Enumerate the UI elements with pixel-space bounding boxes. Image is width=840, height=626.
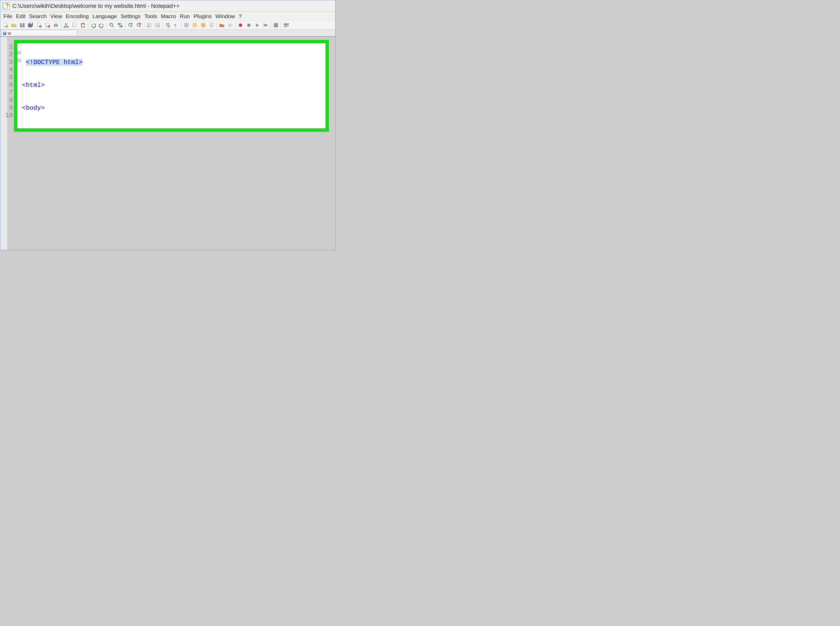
zoom-out-icon[interactable] xyxy=(135,22,143,29)
menu-language[interactable]: Language xyxy=(91,13,118,20)
whitespace-icon[interactable]: ¶ xyxy=(172,22,180,29)
code-token: <html> xyxy=(22,81,45,89)
cut-icon[interactable] xyxy=(62,22,70,29)
menu-run[interactable]: Run xyxy=(178,13,192,20)
monitor-icon[interactable] xyxy=(226,22,234,29)
svg-rect-42 xyxy=(202,24,205,27)
menu-help[interactable]: ? xyxy=(237,13,243,20)
spellcheck-icon[interactable]: ABC xyxy=(282,22,290,29)
menu-plugins[interactable]: Plugins xyxy=(192,13,213,20)
menu-edit[interactable]: Edit xyxy=(14,13,27,20)
svg-rect-22 xyxy=(82,23,84,24)
code-token: <!DOCTYPE html> xyxy=(26,59,83,66)
toolbar-separator xyxy=(271,22,271,28)
svg-rect-48 xyxy=(247,24,250,27)
sync-v-icon[interactable] xyxy=(145,22,153,29)
record-icon[interactable] xyxy=(236,22,244,29)
svg-rect-26 xyxy=(118,23,120,25)
svg-rect-16 xyxy=(55,26,57,27)
code-content[interactable]: <!DOCTYPE html> <html> <body> <h1><cente… xyxy=(22,43,325,128)
play-multi-icon[interactable] xyxy=(262,22,270,29)
svg-rect-33 xyxy=(149,23,151,27)
svg-rect-23 xyxy=(82,24,84,27)
undo-icon[interactable] xyxy=(89,22,97,29)
code-editor[interactable]: <!DOCTYPE html> <html> <body> <h1><cente… xyxy=(17,43,326,128)
svg-point-18 xyxy=(67,26,69,28)
find-icon[interactable] xyxy=(108,22,116,29)
open-file-icon[interactable] xyxy=(10,22,18,29)
toolbar: ¶ fx ABC xyxy=(0,21,335,30)
menu-macro[interactable]: Macro xyxy=(160,13,178,20)
svg-rect-27 xyxy=(120,26,122,27)
svg-rect-4 xyxy=(21,23,23,25)
folder-icon[interactable] xyxy=(218,22,226,29)
menu-tools[interactable]: Tools xyxy=(143,13,159,20)
redo-icon[interactable] xyxy=(98,22,106,29)
toolbar-separator xyxy=(88,22,88,28)
stop-icon[interactable] xyxy=(245,22,253,29)
func-list-icon[interactable]: fx xyxy=(208,22,216,29)
svg-rect-5 xyxy=(21,25,23,27)
close-all-icon[interactable] xyxy=(44,22,52,29)
paste-icon[interactable] xyxy=(79,22,87,29)
doc-map-icon[interactable] xyxy=(199,22,207,29)
sync-h-icon[interactable] xyxy=(153,22,161,29)
save-icon xyxy=(3,31,7,36)
app-icon xyxy=(2,2,10,10)
fold-toggle-icon[interactable] xyxy=(17,59,21,62)
svg-rect-20 xyxy=(74,23,76,26)
menu-search[interactable]: Search xyxy=(28,13,48,20)
line-number-gutter: 1 2 3 4 5 6 7 8 9 10 xyxy=(0,40,14,119)
close-file-icon[interactable] xyxy=(35,22,43,29)
user-lang-icon[interactable] xyxy=(191,22,199,29)
svg-text:ABC: ABC xyxy=(284,23,289,26)
new-file-icon[interactable] xyxy=(2,22,9,29)
menu-settings[interactable]: Settings xyxy=(119,13,142,20)
copy-icon[interactable] xyxy=(70,22,78,29)
svg-rect-35 xyxy=(156,23,160,25)
code-token: <body> xyxy=(22,105,45,111)
tab-active-file[interactable]: w xyxy=(1,30,77,36)
fold-gutter[interactable] xyxy=(17,43,22,128)
toolbar-separator xyxy=(181,22,181,28)
svg-rect-52 xyxy=(4,32,5,33)
replace-icon[interactable] xyxy=(116,22,124,29)
editor-area: 1 2 3 4 5 6 7 8 9 10 <!DOCTYPE html> <ht… xyxy=(0,36,335,250)
svg-point-17 xyxy=(64,26,66,28)
toolbar-separator xyxy=(163,22,163,28)
word-wrap-icon[interactable] xyxy=(164,22,172,29)
print-icon[interactable] xyxy=(52,22,60,29)
indent-guide-icon[interactable] xyxy=(183,22,190,29)
tabbar: w xyxy=(0,30,335,36)
titlebar: C:\Users\wikih\Desktop\welcome to my web… xyxy=(0,0,335,12)
menu-file[interactable]: File xyxy=(2,13,14,20)
toolbar-separator xyxy=(125,22,125,28)
menu-encoding[interactable]: Encoding xyxy=(64,13,91,20)
svg-rect-25 xyxy=(110,23,111,24)
svg-rect-15 xyxy=(55,23,57,25)
toolbar-separator xyxy=(106,22,107,28)
svg-text:fx: fx xyxy=(210,24,212,27)
highlight-overlay: <!DOCTYPE html> <html> <body> <h1><cente… xyxy=(14,40,329,132)
code-blank-line xyxy=(22,127,325,128)
svg-rect-8 xyxy=(30,23,32,24)
save-macro-icon[interactable] xyxy=(272,22,280,29)
menubar: File Edit Search View Encoding Language … xyxy=(0,12,335,21)
svg-point-46 xyxy=(230,24,231,26)
menu-window[interactable]: Window xyxy=(214,13,236,20)
toolbar-separator xyxy=(281,22,281,28)
svg-text:¶: ¶ xyxy=(174,23,177,28)
menu-view[interactable]: View xyxy=(49,13,64,20)
svg-rect-37 xyxy=(158,26,160,27)
fold-toggle-icon[interactable] xyxy=(17,51,21,54)
svg-rect-34 xyxy=(147,26,149,27)
save-icon[interactable] xyxy=(18,22,26,29)
window-title: C:\Users\wikih\Desktop\welcome to my web… xyxy=(13,3,180,9)
svg-point-47 xyxy=(239,23,242,27)
play-icon[interactable] xyxy=(253,22,261,29)
zoom-in-icon[interactable] xyxy=(127,22,135,29)
tab-label: w xyxy=(8,31,11,36)
save-all-icon[interactable] xyxy=(27,22,34,29)
